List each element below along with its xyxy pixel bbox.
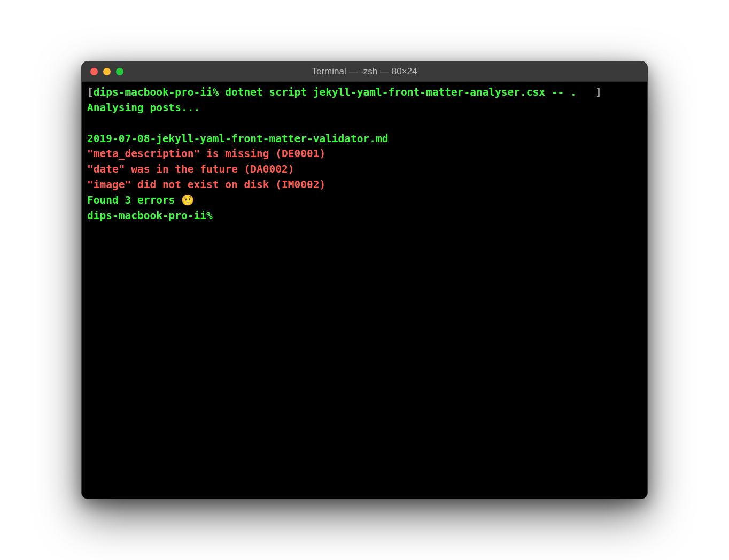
traffic-lights: [90, 68, 123, 75]
maximize-icon[interactable]: [116, 68, 123, 75]
status-line: Analysing posts...: [87, 102, 200, 114]
error-line: "meta_description" is missing (DE0001): [87, 147, 325, 160]
filename-line: 2019-07-08-jekyll-yaml-front-matter-vali…: [87, 133, 389, 145]
terminal-body[interactable]: [dips-macbook-pro-ii% dotnet script jeky…: [82, 82, 647, 499]
bracket: [577, 86, 595, 98]
error-line: "date" was in the future (DA0002): [87, 163, 294, 175]
bracket: [: [87, 86, 94, 98]
prompt: dips-macbook-pro-ii%: [94, 86, 226, 98]
summary-line: Found 3 errors 🤨: [87, 194, 194, 206]
error-line: "image" did not exist on disk (IM0002): [87, 178, 325, 191]
terminal-window: Terminal — -zsh — 80×24 [dips-macbook-pr…: [81, 61, 648, 499]
title-bar: Terminal — -zsh — 80×24: [82, 61, 647, 82]
close-icon[interactable]: [90, 68, 98, 75]
window-title: Terminal — -zsh — 80×24: [82, 66, 647, 77]
bracket: ]: [595, 86, 602, 98]
command-text: dotnet script jekyll-yaml-front-matter-a…: [225, 86, 576, 98]
prompt: dips-macbook-pro-ii%: [87, 209, 219, 222]
minimize-icon[interactable]: [103, 68, 111, 75]
